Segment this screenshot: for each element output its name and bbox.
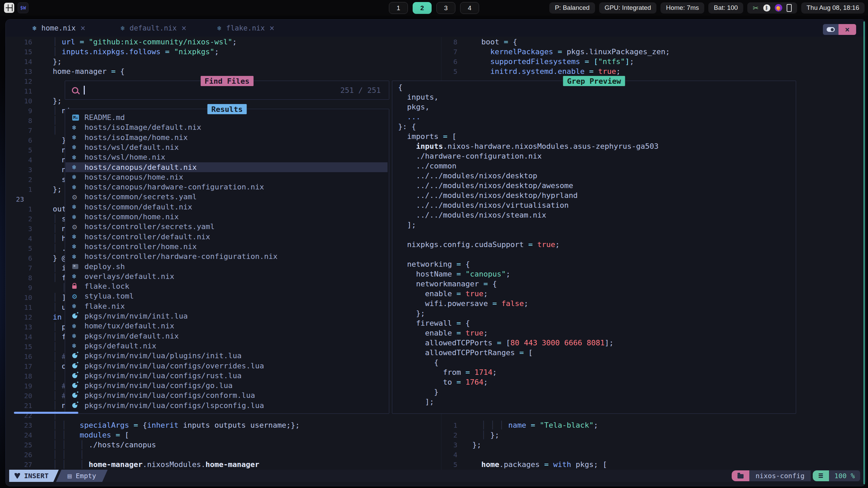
result-item[interactable]: hosts/isoImage/home.nix [65,133,388,142]
window-scrollbar-accent[interactable] [864,21,865,484]
line-number: 21 [13,402,32,410]
result-item[interactable]: deploy.sh [65,262,388,271]
results-panel: Results M↓README.mdhosts/isoImage/defaul… [65,109,389,414]
find-files-title: Find Files [200,76,253,86]
workspace-button-3[interactable]: 3 [436,2,455,14]
result-item[interactable]: hosts/canopus/default.nix [65,162,388,172]
code-line: 27 │ │ │ home-manager.nixosModules.home-… [13,460,453,469]
lua-file-icon [72,383,77,388]
editor-window: home.nix default.nix flake.nix × [5,19,866,486]
phone-icon[interactable] [787,4,792,12]
workspace-button-2[interactable]: 2 [413,2,432,14]
line-number: 6 [13,136,32,144]
code-line: ../../modules/nixos/desktop [398,171,839,181]
nix-file-icon [33,24,37,32]
result-item[interactable]: hosts/common/default.nix [65,202,388,212]
result-item[interactable]: hosts/controller/hardware-configuration.… [65,251,388,261]
result-item[interactable]: pkgs/nvim/default.nix [65,331,388,341]
apps-grid-icon[interactable] [4,3,14,13]
result-item[interactable]: hosts/controller/secrets.yaml [65,222,388,231]
line-number: 2 [13,215,32,223]
tab-close-icon[interactable] [270,23,274,33]
system-tray: ✂ ᛒ [747,2,797,14]
result-item[interactable]: hosts/controller/home.nix [65,242,388,251]
result-item[interactable]: pkgs/nvim/nvim/lua/configs/conform.lua [65,390,388,400]
result-item[interactable]: flake.lock [65,281,388,291]
scroll-percent: 100 % [829,470,860,481]
line-number: 12 [13,313,32,321]
result-label: pkgs/default.nix [84,342,156,350]
right-editor-pane-bottom[interactable]: 1 │ │ │ name = "Tela-black";2 │ };3};45 … [444,420,864,471]
line-number: 14 [13,333,32,341]
result-item[interactable]: pkgs/nvim/nvim/lua/configs/go.lua [65,381,388,390]
code-line: inputs, [398,92,839,102]
window-close-button[interactable]: × [839,24,856,35]
line-number: 20 [13,392,32,400]
tab-flake-nix[interactable]: flake.nix [217,20,274,37]
line-number: 3 [13,166,32,174]
line-number: 3 [13,225,32,233]
lua-file-icon [72,403,77,408]
flame-icon[interactable] [775,4,782,12]
result-item[interactable]: hosts/wsl/home.nix [65,152,388,162]
tab-close-icon[interactable] [80,23,85,33]
result-item[interactable]: pkgs/nvim/nvim/lua/configs/rust.lua [65,371,388,381]
result-item[interactable]: overlays/default.nix [65,271,388,281]
launcher-key-icon[interactable]: $W [18,2,28,13]
tab-default-nix[interactable]: default.nix [121,20,186,37]
line-number: 5 [444,67,457,76]
result-item[interactable]: hosts/wsl/default.nix [65,142,388,152]
mode-segment: INSERT [9,470,59,482]
toggle-button[interactable] [823,24,839,35]
find-files-prompt[interactable]: Find Files 251 / 251 [65,81,389,100]
result-item[interactable]: hosts/canopus/home.nix [65,172,388,182]
scrollbar-segment[interactable] [14,412,78,414]
line-number: 16 [13,38,32,46]
code-line: 8 boot = { [444,37,866,47]
code-line: 15 │ inputs.nixpkgs.follows = "nixpkgs"; [13,47,453,57]
line-number: 27 [13,461,32,469]
result-label: pkgs/nvim/nvim/lua/configs/rust.lua [84,371,242,380]
grep-preview-panel: Grep Preview { inputs, pkgs, ...}: { imp… [392,81,796,414]
line-number: 24 [13,431,32,439]
line-number: 4 [13,235,32,243]
nix-file-icon [72,272,76,280]
lock-file-icon [72,285,77,289]
code-line: ]; [398,220,839,230]
right-editor-pane-top[interactable]: 8 boot = {7 kernelPackages = pkgs.linuxP… [444,37,864,78]
code-line: ../../modules/nixos/virtualisation [398,200,839,210]
result-item[interactable]: hosts/common/secrets.yaml [65,192,388,202]
result-label: pkgs/nvim/nvim/lua/configs/lspconfig.lua [84,401,264,410]
result-item[interactable]: hosts/common/home.nix [65,212,388,222]
bluetooth-icon[interactable]: ᛒ [763,4,770,12]
workspace-button-4[interactable]: 4 [460,2,479,14]
result-label: stylua.toml [84,292,134,300]
code-line: 25 │ │ │ ./hosts/canopus [13,440,453,450]
result-item[interactable]: home/tux/default.nix [65,321,388,331]
result-item[interactable]: stylua.toml [65,291,388,301]
gpu-module: GPU: Integrated [599,2,656,14]
code-line: ../../modules/nixos/desktop/awesome [398,181,839,190]
result-item[interactable]: flake.nix [65,301,388,311]
code-line: firewall = { [398,318,839,328]
tab-home-nix[interactable]: home.nix [33,20,85,37]
result-item[interactable]: pkgs/nvim/nvim/lua/plugins/init.lua [65,351,388,361]
nix-file-icon [217,24,221,32]
folder-pill [732,470,749,481]
result-item[interactable]: hosts/isoImage/default.nix [65,122,388,132]
workspace-button-1[interactable]: 1 [389,2,408,14]
line-number: 9 [13,107,32,115]
result-item[interactable]: hosts/controller/default.nix [65,232,388,242]
result-item[interactable]: pkgs/nvim/nvim/lua/configs/overrides.lua [65,361,388,371]
tab-close-icon[interactable] [181,23,186,33]
desktop: $W 1234 P: Balanced GPU: Integrated Home… [0,0,868,488]
result-item[interactable]: pkgs/default.nix [65,341,388,351]
scissors-icon[interactable]: ✂ [753,4,759,12]
result-item[interactable]: hosts/canopus/hardware-configuration.nix [65,182,388,192]
result-item[interactable]: pkgs/nvim/nvim/init.lua [65,311,388,321]
lua-file-icon [72,313,77,319]
code-line: 26 │ │ │ [13,450,453,460]
result-item[interactable]: pkgs/nvim/nvim/lua/configs/lspconfig.lua [65,401,388,410]
battery-module: Bat: 100 [708,2,743,14]
line-number: 5 [444,461,457,469]
